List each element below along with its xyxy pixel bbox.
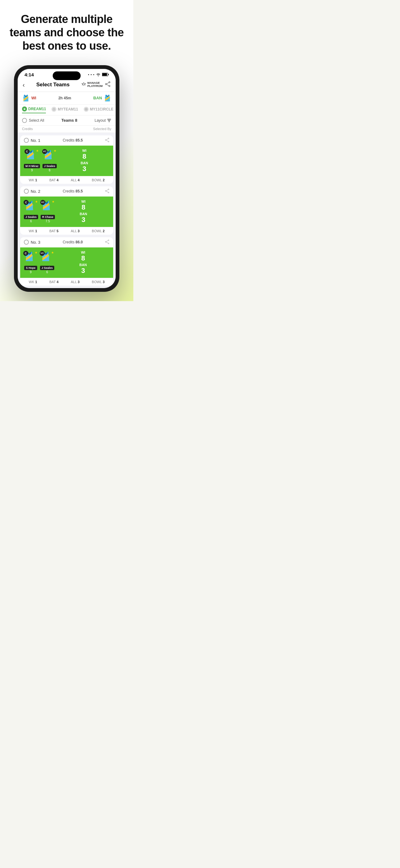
svg-point-16: [105, 140, 106, 140]
bowl-stat-1: BOWL 2: [92, 178, 104, 182]
bowl-stat-3: BOWL 3: [92, 280, 104, 284]
vs-section-2: WI 8 BAN 3: [57, 199, 109, 224]
vc-3: 🎽 VC ★ J Seales 6: [40, 251, 54, 274]
svg-rect-12: [108, 120, 110, 121]
captain-1-score: 9: [31, 168, 33, 172]
svg-point-8: [53, 108, 55, 110]
vc-3-badge: VC: [40, 251, 45, 256]
layout-button[interactable]: Layout: [95, 118, 111, 123]
team-1-share[interactable]: [105, 138, 109, 143]
team2-badge: BAN 🎽: [93, 94, 111, 102]
battery-icon: [102, 72, 109, 78]
team-1-number: No. 1: [24, 138, 40, 143]
team-3-select[interactable]: [24, 240, 29, 245]
svg-point-3: [109, 82, 110, 83]
layout-icon: [107, 118, 111, 123]
wi-count-3: WI 8: [81, 251, 85, 262]
captain-2: 🎽 C ★ J Seales 6: [24, 200, 38, 223]
status-time: 4:14: [25, 72, 34, 77]
team-1-stats: WK 1 BAT 4 ALL 4 BOWL 2: [20, 176, 113, 184]
team-2-select[interactable]: [24, 189, 29, 194]
svg-point-26: [105, 241, 106, 242]
captain-2-name: J Seales: [24, 215, 38, 219]
svg-rect-1: [102, 73, 107, 76]
team-2-strip: 🎽 C ★ J Seales 6 🎽 VC: [20, 196, 113, 227]
wk-stat-3: WK 1: [29, 280, 37, 284]
phone-frame: 4:14 • • • ‹ Select Teams: [14, 65, 120, 292]
share-icon: [105, 81, 111, 87]
wk-stat-2: WK 1: [29, 229, 37, 233]
vc-1-score: 6: [49, 168, 51, 172]
select-all-control[interactable]: Select All: [22, 118, 44, 123]
svg-point-5: [105, 84, 107, 85]
svg-point-24: [108, 240, 109, 241]
team-card-3: No. 3 Credits 86.0 🎽 C: [20, 237, 113, 286]
captain-2-badge: C: [24, 200, 29, 205]
share-button[interactable]: [105, 81, 111, 88]
dream11-label: DREAM11: [28, 107, 46, 111]
team-1-strip: 🎽 C ★ M H Miraz 9 🎽 VC: [20, 146, 113, 176]
wi-count-2: WI 8: [81, 199, 85, 211]
myteam11-icon: [52, 107, 57, 112]
svg-line-28: [106, 242, 108, 243]
captain-3-score: 9: [30, 270, 32, 274]
vc-1-name: J Seales: [42, 164, 57, 168]
page-title: Select Teams: [36, 82, 69, 88]
vc-1: 🎽 VC ★ J Seales 6: [42, 150, 57, 172]
team-3-strip: 🎽 C ★ S Hope 9 🎽 VC: [20, 247, 113, 278]
vc-1-avatar: 🎽 VC ★: [43, 150, 57, 163]
phone-screen: 4:14 • • • ‹ Select Teams: [18, 69, 116, 288]
team2-jersey: 🎽: [104, 94, 111, 102]
svg-line-17: [106, 139, 108, 140]
wi-count-1: WI 8: [82, 149, 86, 160]
vc-3-avatar: 🎽 VC ★: [40, 251, 54, 265]
captain-2-star: ★: [35, 200, 38, 203]
vc-2-avatar: 🎽 VC ★: [41, 200, 55, 214]
phone-mockup: 4:14 • • • ‹ Select Teams: [0, 59, 133, 292]
team-3-stats: WK 1 BAT 4 ALL 3 BOWL 3: [20, 278, 113, 286]
team-2-share[interactable]: [105, 189, 109, 194]
all-stat-2: ALL 3: [71, 229, 79, 233]
captain-3-avatar: 🎽 C ★: [24, 251, 37, 265]
team1-jersey: 🎽: [22, 94, 30, 102]
team-1-credits: Credits 85.5: [63, 138, 83, 143]
status-icons: • • •: [88, 72, 109, 78]
tab-myteam11[interactable]: MYTEAM11: [52, 107, 78, 113]
team2-name: BAN: [93, 96, 102, 100]
vc-2-badge: VC: [40, 200, 45, 205]
captain-1-avatar: 🎽 C ★: [25, 150, 39, 163]
all-stat-1: ALL 4: [71, 178, 79, 182]
credits-header: Credits: [22, 127, 33, 131]
manage-platform-button[interactable]: MANAGEPLATFROM: [81, 82, 103, 88]
vc-3-star: ★: [51, 251, 54, 254]
table-header: Credits Selected By: [18, 126, 116, 133]
captain-1: 🎽 C ★ M H Miraz 9: [24, 150, 40, 172]
match-row: 🎽 WI 2h 45m BAN 🎽: [18, 92, 116, 104]
bat-stat-3: BAT 4: [49, 280, 59, 284]
back-button[interactable]: ‹: [23, 81, 25, 89]
tab-dream11[interactable]: DREAM11: [22, 106, 46, 113]
bowl-stat-2: BOWL 2: [92, 229, 104, 233]
svg-line-18: [106, 140, 108, 141]
team-3-share[interactable]: [105, 240, 109, 245]
svg-line-23: [106, 191, 108, 192]
team-1-select[interactable]: [24, 138, 29, 143]
wk-stat-1: WK 1: [29, 178, 37, 182]
vc-2: 🎽 VC ★ R Chase 7.5: [41, 200, 55, 223]
selected-by-header: Selected By: [93, 127, 111, 131]
vc-3-score: 6: [46, 270, 48, 274]
app-header: ‹ Select Teams MANAGEPLATFROM: [18, 79, 116, 92]
select-all-radio[interactable]: [22, 118, 27, 123]
tab-my11circle[interactable]: MY11CIRCLE: [84, 107, 113, 113]
status-bar: 4:14 • • •: [18, 69, 116, 79]
vc-2-score: 7.5: [45, 219, 50, 223]
captain-3-badge: C: [23, 251, 28, 256]
svg-point-15: [108, 141, 109, 142]
svg-point-4: [109, 85, 110, 87]
captain-star: ★: [36, 149, 39, 152]
svg-point-20: [108, 192, 109, 193]
svg-rect-13: [108, 121, 110, 122]
vs-section-1: WI 8 BAN 3: [59, 149, 109, 173]
vc-2-name: R Chase: [41, 215, 55, 219]
platform-tabs: DREAM11 MYTEAM11 MY11CIRCLE: [18, 104, 116, 116]
